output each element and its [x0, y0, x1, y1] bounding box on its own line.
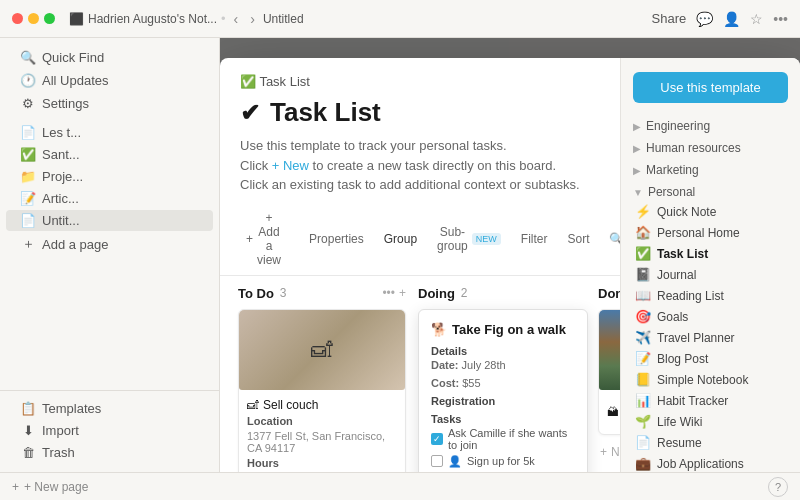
sub-group-button[interactable]: Sub-group NEW [431, 221, 507, 257]
card-sell-couch-hours: 10am – 4pm [247, 472, 397, 473]
right-item-task-list[interactable]: ✅ Task List [621, 243, 800, 264]
search-button[interactable]: 🔍 Search ... [603, 221, 620, 257]
add-view-button[interactable]: + + Add a view [240, 207, 287, 271]
title-bar-left: ⬛ Hadrien Augusto's Not... • ‹ › Untitle… [12, 9, 304, 29]
popup-cost-label: Cost: [431, 377, 459, 389]
right-item-simple-notebook[interactable]: 📒 Simple Notebook [621, 369, 800, 390]
resume-label: Resume [657, 436, 702, 450]
sidebar-item-trash[interactable]: 🗑 Trash [6, 442, 213, 463]
add-page-button[interactable]: + + New page [12, 480, 88, 494]
search-icon: 🔍 [20, 50, 36, 65]
sidebar-item-les[interactable]: 📄 Les t... [6, 122, 213, 143]
sidebar-item-all-updates[interactable]: 🕐 All Updates [6, 70, 213, 91]
sidebar-add-page[interactable]: ＋ Add a page [6, 232, 213, 256]
right-item-journal[interactable]: 📓 Journal [621, 264, 800, 285]
page-icon-1: 📄 [20, 125, 36, 140]
modal-left-panel: ✅ Task List ✔ Task List Use this templat… [220, 58, 620, 472]
right-item-life-wiki[interactable]: 🌱 Life Wiki [621, 411, 800, 432]
sidebar-item-templates[interactable]: 📋 Templates [6, 398, 213, 419]
card-hiking[interactable]: 🏔 Plan hiking trip to Yoser... [598, 309, 620, 435]
job-icon: 💼 [635, 456, 651, 471]
fullscreen-dot[interactable] [44, 13, 55, 24]
col-todo-options-button[interactable]: ••• [382, 286, 395, 300]
right-item-quick-note[interactable]: ⚡ Quick Note [621, 201, 800, 222]
sidebar-all-updates-label: All Updates [42, 73, 199, 88]
modal-title-text: Task List [270, 97, 381, 128]
nav-back-button[interactable]: ‹ [230, 9, 243, 29]
checkbox-checked-icon[interactable]: ✓ [431, 433, 443, 445]
plus-icon-done: + [600, 445, 607, 459]
right-item-habit-tracker[interactable]: 📊 Habit Tracker [621, 390, 800, 411]
sidebar-page-label-1: Les t... [42, 125, 199, 140]
new-link[interactable]: + New [272, 158, 309, 173]
modal-overlay[interactable]: ✅ Task List ✔ Task List Use this templat… [220, 38, 800, 472]
sidebar-item-sant[interactable]: ✅ Sant... [6, 144, 213, 165]
right-section-engineering[interactable]: ▶ Engineering [621, 113, 800, 135]
done-new-card-button[interactable]: + New [598, 441, 620, 463]
mountain-emoji: 🏔 [607, 405, 619, 419]
templates-icon: 📋 [20, 401, 36, 416]
share-button[interactable]: Share [652, 11, 687, 26]
right-item-blog-post[interactable]: 📝 Blog Post [621, 348, 800, 369]
sort-button[interactable]: Sort [561, 228, 595, 250]
sidebar-item-import[interactable]: ⬇ Import [6, 420, 213, 441]
chevron-right-icon-mkt: ▶ [633, 165, 641, 176]
right-section-marketing[interactable]: ▶ Marketing [621, 157, 800, 179]
sidebar-item-quick-find[interactable]: 🔍 Quick Find [6, 47, 213, 68]
col-todo-add-button[interactable]: + [399, 286, 406, 300]
sidebar-settings-label: Settings [42, 96, 199, 111]
filter-button[interactable]: Filter [515, 228, 554, 250]
nav-forward-button[interactable]: › [246, 9, 259, 29]
minimize-dot[interactable] [28, 13, 39, 24]
sidebar-item-untit[interactable]: 📄 Untit... [6, 210, 213, 231]
sidebar-item-settings[interactable]: ⚙ Settings [6, 93, 213, 114]
personal-home-label: Personal Home [657, 226, 740, 240]
popup-cost-val: $55 [462, 377, 480, 389]
chat-icon-button[interactable]: 💬 [696, 11, 713, 27]
card-sell-couch-location: 1377 Fell St, San Francisco, CA 94117 [247, 430, 397, 454]
goals-label: Goals [657, 310, 688, 324]
blog-icon: 📝 [635, 351, 651, 366]
reading-list-label: Reading List [657, 289, 724, 303]
star-icon-button[interactable]: ☆ [750, 11, 763, 27]
right-item-goals[interactable]: 🎯 Goals [621, 306, 800, 327]
sidebar-item-proje[interactable]: 📁 Proje... [6, 166, 213, 187]
right-item-job-applications[interactable]: 💼 Job Applications [621, 453, 800, 472]
popup-task-2: 👤 Sign up for 5k [431, 455, 575, 468]
group-button[interactable]: Group [378, 228, 423, 250]
sidebar-quick-find-label: Quick Find [42, 50, 199, 65]
use-template-button[interactable]: Use this template [633, 72, 788, 103]
col-todo-count: 3 [280, 286, 287, 300]
right-section-personal[interactable]: ▼ Personal [621, 179, 800, 201]
more-options-button[interactable]: ••• [773, 11, 788, 27]
mountain-image [599, 310, 620, 390]
modal-breadcrumb: ✅ Task List [240, 74, 310, 89]
sidebar-item-artic[interactable]: 📝 Artic... [6, 188, 213, 209]
checkbox-unchecked-icon[interactable] [431, 455, 443, 467]
popup-tasks-label: Tasks [431, 413, 575, 425]
properties-button[interactable]: Properties [303, 228, 370, 250]
right-item-resume[interactable]: 📄 Resume [621, 432, 800, 453]
close-dot[interactable] [12, 13, 23, 24]
user-icon-button[interactable]: 👤 [723, 11, 740, 27]
hr-label: Human resources [646, 141, 741, 155]
modal-desc-line1: Use this template to track your personal… [240, 136, 600, 156]
task-list-icon: ✅ [635, 246, 651, 261]
title-sep: • [221, 11, 226, 26]
col-doing-header: Doing 2 [418, 286, 586, 301]
right-item-reading-list[interactable]: 📖 Reading List [621, 285, 800, 306]
popup-card-fig[interactable]: 🐕 Take Fig on a walk Details Date: July … [418, 309, 588, 473]
right-section-hr[interactable]: ▶ Human resources [621, 135, 800, 157]
chevron-right-icon: ▶ [633, 121, 641, 132]
personal-label: Personal [648, 185, 695, 199]
page-icon-5: 📄 [20, 213, 36, 228]
page-icon-4: 📝 [20, 191, 36, 206]
question-mark-icon: ? [775, 481, 781, 493]
col-todo-actions: ••• + [382, 286, 406, 300]
col-doing-title: Doing [418, 286, 455, 301]
right-item-personal-home[interactable]: 🏠 Personal Home [621, 222, 800, 243]
help-button[interactable]: ? [768, 477, 788, 497]
settings-icon: ⚙ [20, 96, 36, 111]
right-item-travel-planner[interactable]: ✈️ Travel Planner [621, 327, 800, 348]
card-sell-couch[interactable]: 🛋 🛋 Sell couch Location 1377 Fell St, Sa… [238, 309, 406, 473]
